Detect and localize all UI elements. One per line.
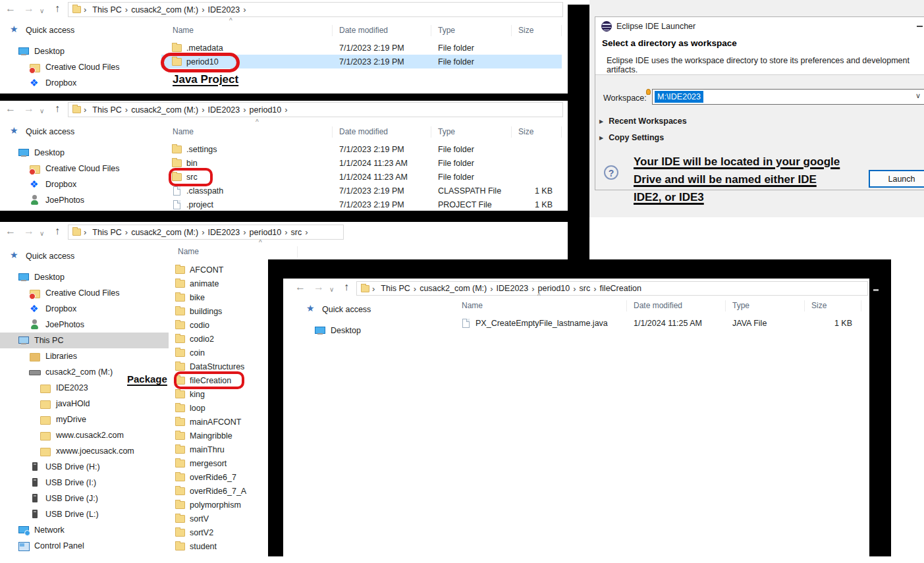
breadcrumb-item[interactable]: IDE2023	[205, 5, 244, 14]
file-row[interactable]: src 1/1/2024 11:23 AM File folder	[161, 170, 562, 184]
minimize-icon[interactable]	[917, 26, 923, 27]
breadcrumb-item[interactable]: period10	[246, 228, 285, 237]
sidebar-item-icon	[9, 251, 21, 261]
up-icon[interactable]	[344, 281, 349, 293]
breadcrumb-item[interactable]: cusack2_com (M:)	[128, 228, 202, 237]
sort-ascending-icon[interactable]	[259, 239, 262, 246]
recent-locations-icon[interactable]	[329, 284, 334, 296]
up-icon[interactable]	[55, 3, 60, 14]
sidebar-item[interactable]: Quick access	[0, 22, 155, 38]
breadcrumb-item[interactable]: period10	[246, 105, 285, 115]
column-header-name[interactable]: Name	[161, 25, 333, 36]
breadcrumb-item[interactable]: src	[576, 284, 594, 293]
item-type: File folder	[431, 159, 512, 168]
recent-locations-icon[interactable]	[40, 105, 44, 117]
forward-icon[interactable]	[24, 3, 34, 14]
forward-icon[interactable]	[24, 103, 34, 115]
sidebar-item-icon	[18, 272, 30, 282]
sidebar-item[interactable]: Dropbox	[0, 301, 169, 317]
sidebar-item[interactable]: Dropbox	[0, 176, 155, 192]
workspace-combobox[interactable]: M:\IDE2023	[652, 89, 924, 105]
column-header-type[interactable]: Type	[431, 126, 512, 138]
copy-settings-expander[interactable]: Copy Settings	[599, 133, 664, 142]
column-header-date[interactable]: Date modified	[333, 25, 431, 36]
breadcrumb-item[interactable]: src	[288, 228, 306, 237]
breadcrumb-item[interactable]: This PC	[89, 5, 124, 14]
sidebar-item[interactable]: USB Drive (J:)	[0, 491, 169, 506]
column-header-size[interactable]: Size	[805, 300, 861, 311]
file-row[interactable]: .settings 7/1/2023 2:19 PM File folder	[161, 142, 562, 156]
breadcrumb-item[interactable]: cusack2_com (M:)	[128, 5, 202, 14]
back-icon[interactable]	[5, 3, 16, 14]
sort-ascending-icon[interactable]	[537, 292, 541, 300]
sidebar-item[interactable]: USB Drive (I:)	[0, 475, 169, 491]
column-header-name[interactable]: Name	[161, 126, 333, 138]
column-header-size[interactable]: Size	[512, 25, 562, 36]
chevron-down-icon[interactable]	[915, 92, 921, 100]
column-header-size[interactable]: Size	[512, 126, 562, 138]
sidebar-item[interactable]: USB Drive (H:)	[0, 459, 169, 475]
sidebar-item[interactable]: Creative Cloud Files	[0, 161, 155, 176]
sidebar-item[interactable]: Dropbox	[0, 75, 155, 91]
sidebar-item[interactable]: Control Panel	[0, 538, 169, 554]
sidebar-item[interactable]: JoePhotos	[0, 317, 169, 333]
sidebar-item[interactable]: javaHOld	[0, 396, 169, 412]
sidebar-item[interactable]: Desktop	[0, 145, 155, 161]
sidebar-item[interactable]: Desktop	[0, 43, 155, 59]
breadcrumb-item[interactable]: cusack2_com (M:)	[128, 105, 202, 115]
sort-ascending-icon[interactable]	[229, 17, 232, 24]
column-header-type[interactable]: Type	[431, 25, 512, 36]
recent-locations-icon[interactable]	[40, 5, 44, 17]
breadcrumb-item[interactable]: period10	[535, 284, 574, 293]
sidebar-item[interactable]: Quick access	[0, 124, 155, 140]
file-row[interactable]: PX_CreateEmptyFile_lastname.java 1/1/202…	[453, 316, 861, 330]
sidebar-item[interactable]: www.cusack2.com	[0, 427, 169, 443]
sidebar-item[interactable]: USB Drive (L:)	[0, 506, 169, 522]
column-header-date[interactable]: Date modified	[627, 300, 726, 311]
sidebar-item[interactable]: Desktop	[296, 323, 448, 338]
sidebar-item[interactable]: myDrive	[0, 412, 169, 427]
back-icon[interactable]	[295, 281, 306, 293]
forward-icon[interactable]	[313, 281, 324, 293]
folder-icon	[175, 363, 185, 371]
recent-workspaces-expander[interactable]: Recent Workspaces	[599, 117, 687, 126]
breadcrumb-item[interactable]: This PC	[377, 284, 413, 293]
address-bar[interactable]: This PCcusack2_com (M:)IDE2023	[68, 2, 563, 17]
up-icon[interactable]	[55, 103, 60, 115]
sidebar-item[interactable]: Creative Cloud Files	[0, 285, 169, 301]
column-header-date[interactable]: Date modified	[333, 126, 431, 138]
breadcrumb-item[interactable]: IDE2023	[493, 284, 532, 293]
address-bar[interactable]: This PCcusack2_com (M:)IDE2023period10sr…	[356, 281, 868, 296]
address-bar[interactable]: This PCcusack2_com (M:)IDE2023period10	[68, 102, 563, 117]
sort-ascending-icon[interactable]	[256, 119, 259, 126]
forward-icon[interactable]	[24, 225, 34, 237]
sidebar-item[interactable]: This PC	[0, 333, 169, 348]
file-row[interactable]: .classpath 7/1/2023 2:19 PM CLASSPATH Fi…	[161, 184, 562, 198]
sidebar-item[interactable]: JoePhotos	[0, 192, 155, 208]
up-icon[interactable]	[55, 225, 60, 237]
breadcrumb-item[interactable]: IDE2023	[205, 105, 244, 115]
sidebar-item[interactable]: Creative Cloud Files	[0, 59, 155, 75]
breadcrumb-item[interactable]: This PC	[89, 105, 124, 115]
sidebar-item[interactable]: Desktop	[0, 269, 169, 285]
back-icon[interactable]	[5, 225, 16, 237]
column-header-type[interactable]: Type	[726, 300, 805, 311]
sidebar-item[interactable]: xwww.joecusack.com	[0, 443, 169, 459]
launch-button[interactable]: Launch	[869, 170, 924, 188]
sidebar-item[interactable]: Quick access	[296, 302, 448, 317]
sidebar-item[interactable]: Quick access	[0, 248, 169, 264]
column-header-name[interactable]: Name	[173, 246, 298, 257]
sidebar-item[interactable]: Network	[0, 522, 169, 538]
help-icon[interactable]	[604, 165, 618, 180]
file-row[interactable]: .project 7/1/2023 2:19 PM PROJECT File 1…	[161, 198, 562, 211]
breadcrumb-item[interactable]: IDE2023	[205, 228, 244, 237]
back-icon[interactable]	[5, 103, 16, 115]
file-row[interactable]: bin 1/1/2024 11:23 AM File folder	[161, 156, 562, 170]
address-bar[interactable]: This PCcusack2_com (M:)IDE2023period10sr…	[68, 225, 344, 240]
breadcrumb-item[interactable]: This PC	[89, 228, 124, 237]
recent-locations-icon[interactable]	[40, 228, 44, 240]
breadcrumb-item[interactable]: cusack2_com (M:)	[416, 284, 490, 293]
column-header-name[interactable]: Name	[453, 300, 627, 311]
breadcrumb-item[interactable]: fileCreation	[597, 284, 645, 293]
sidebar-item[interactable]: Libraries	[0, 348, 169, 364]
